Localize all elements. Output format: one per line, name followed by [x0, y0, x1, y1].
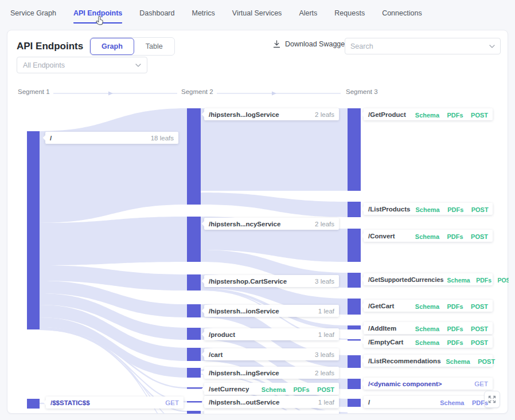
pdfs-link[interactable]: PDFs [447, 339, 463, 346]
endpoint-node-root[interactable]: / 18 leafs [45, 132, 178, 144]
pdfs-link[interactable]: PDFs [447, 206, 463, 213]
node-bar-static[interactable] [27, 399, 40, 409]
pdfs-link[interactable]: PDFs [447, 233, 463, 240]
node-bar-getcart[interactable] [348, 299, 361, 315]
endpoint-links: Schema PDFs POST [410, 337, 488, 347]
endpoint-path: /hipstersh...ionService [209, 308, 279, 315]
endpoint-path: /ListProducts [368, 206, 410, 213]
endpoint-node-getcart[interactable]: /GetCart Schema PDFs POST [364, 300, 493, 312]
pdfs-link[interactable]: PDFs [293, 386, 309, 393]
post-link[interactable]: POST [317, 386, 334, 393]
node-bar-cartservice[interactable] [187, 274, 201, 291]
endpoint-node-additem[interactable]: /AddItem Schema PDFs POST [364, 322, 493, 334]
post-link[interactable]: POST [471, 303, 488, 310]
node-bar-listrecommendations[interactable] [348, 355, 361, 368]
endpoint-node-product[interactable]: /product 1 leaf [204, 328, 339, 340]
post-link[interactable]: POST [478, 358, 495, 365]
endpoint-node-convert[interactable]: /Convert Schema PDFs POST [364, 230, 493, 242]
endpoint-links: Schema POST [441, 356, 496, 366]
schema-link[interactable]: Schema [440, 399, 464, 406]
endpoint-node-root-leaf[interactable]: / Schema PDFs [364, 396, 493, 408]
schema-link[interactable]: Schema [415, 233, 439, 240]
schema-link[interactable]: Schema [262, 386, 286, 393]
pdfs-link[interactable]: PDFs [472, 399, 488, 406]
endpoint-node-ionservice[interactable]: /hipstersh...ionService 1 leaf [204, 305, 339, 317]
pdfs-link[interactable]: PDFs [447, 303, 463, 310]
graph-view-button[interactable]: Graph [90, 38, 134, 55]
endpoint-node-cartservice[interactable]: /hipstershop.CartService 3 leafs [204, 275, 339, 287]
schema-link[interactable]: Schema [415, 112, 439, 119]
node-bar-cart[interactable] [187, 348, 201, 361]
schema-link[interactable]: Schema [415, 325, 439, 332]
node-bar-ingservice[interactable] [187, 368, 201, 378]
node-bar-convert[interactable] [348, 229, 361, 262]
endpoint-node-setcurrency[interactable]: /setCurrency Schema PDFs POST [204, 383, 339, 395]
endpoint-node-outservice[interactable]: /hipstersh...outService 1 leaf [204, 396, 339, 408]
node-bar-listproducts[interactable] [348, 202, 361, 217]
post-link[interactable]: POST [471, 325, 488, 332]
endpoint-node-getproduct[interactable]: /GetProduct Schema PDFs POST [364, 108, 493, 120]
endpoint-node-listrecommendations[interactable]: /ListRecommendations Schema POST [364, 355, 493, 367]
endpoint-path: /Convert [368, 233, 395, 240]
segment-1-header: Segment 1 [18, 88, 50, 95]
node-bar-logservice[interactable] [187, 108, 201, 205]
leaf-count: 2 leafs [315, 370, 334, 376]
table-view-button[interactable]: Table [134, 38, 174, 55]
schema-link[interactable]: Schema [446, 358, 470, 365]
node-bar-ncyservice[interactable] [187, 217, 201, 262]
endpoint-node-ilservice[interactable]: /hipstersh...ilService 1 leaf [204, 410, 339, 414]
segment-arrow [217, 91, 341, 96]
nav-tab-dashboard[interactable]: Dashboard [139, 9, 174, 22]
node-bar-getsupportedcurrencies[interactable] [348, 273, 361, 288]
node-bar-emptycart[interactable] [348, 339, 361, 341]
node-bar-ilservice[interactable] [187, 411, 201, 414]
endpoint-node-listproducts[interactable]: /ListProducts Schema PDFs POST [364, 203, 493, 215]
post-link[interactable]: POST [471, 206, 489, 213]
pdfs-link[interactable]: PDFs [447, 112, 463, 119]
node-bar-product[interactable] [187, 328, 201, 340]
schema-link[interactable]: Schema [415, 206, 439, 213]
nav-tab-requests[interactable]: Requests [334, 9, 365, 22]
endpoint-node-ingservice[interactable]: /hipstersh...ingService 2 leafs [204, 367, 339, 379]
post-link[interactable]: POST [471, 339, 488, 346]
nav-tab-connections[interactable]: Connections [382, 9, 422, 22]
endpoint-node-emptycart[interactable]: /EmptyCart Schema PDFs POST [364, 336, 493, 348]
endpoint-links: Schema PDFs POST [410, 109, 488, 120]
pdfs-link[interactable]: PDFs [476, 277, 491, 284]
schema-link[interactable]: Schema [447, 277, 470, 284]
endpoint-filter-select[interactable]: All Endpoints [17, 57, 147, 73]
schema-link[interactable]: Schema [415, 303, 439, 310]
post-link[interactable]: POST [471, 112, 488, 119]
endpoint-node-static[interactable]: /$$STATIC$$ GET [46, 397, 184, 409]
post-link[interactable]: POST [497, 277, 509, 284]
search-input[interactable] [350, 42, 489, 50]
endpoint-path: /ListRecommendations [368, 358, 441, 364]
nav-tab-service-graph[interactable]: Service Graph [10, 9, 56, 22]
node-bar-setcurrency[interactable] [187, 387, 203, 389]
endpoint-path: /$$STATIC$$ [50, 399, 90, 406]
endpoint-node-getsupportedcurrencies[interactable]: /GetSupportedCurrencies Schema PDFs POST [364, 273, 493, 285]
page-title: API Endpoints [17, 41, 83, 52]
expand-icon [487, 395, 497, 404]
pdfs-link[interactable]: PDFs [447, 325, 463, 332]
segment-3-header: Segment 3 [346, 88, 378, 95]
schema-link[interactable]: Schema [415, 339, 439, 346]
download-swagger-button[interactable]: Download Swagger [273, 40, 347, 48]
node-bar-dynamic[interactable] [348, 379, 361, 389]
node-bar-root[interactable] [27, 131, 40, 329]
nav-tab-alerts[interactable]: Alerts [299, 9, 317, 22]
search-combobox[interactable] [345, 38, 501, 54]
nav-tab-metrics[interactable]: Metrics [192, 9, 214, 22]
nav-tab-virtual-services[interactable]: Virtual Services [232, 9, 282, 22]
endpoint-path: /GetSupportedCurrencies [368, 276, 443, 283]
endpoint-node-logservice[interactable]: /hipstersh...logService 2 leafs [204, 108, 339, 120]
node-bar-ionservice[interactable] [187, 304, 201, 317]
endpoint-node-ncyservice[interactable]: /hipstersh...ncyService 2 leafs [204, 218, 339, 230]
post-link[interactable]: POST [471, 233, 488, 240]
node-bar-outservice[interactable] [187, 401, 203, 403]
endpoint-node-cart[interactable]: /cart 3 leafs [204, 348, 339, 360]
endpoint-node-dynamic-component[interactable]: /<dynamic component> GET [364, 378, 493, 390]
node-bar-root-leaf[interactable] [348, 399, 361, 407]
node-bar-additem[interactable] [348, 325, 361, 329]
node-bar-getproduct[interactable] [348, 108, 361, 191]
